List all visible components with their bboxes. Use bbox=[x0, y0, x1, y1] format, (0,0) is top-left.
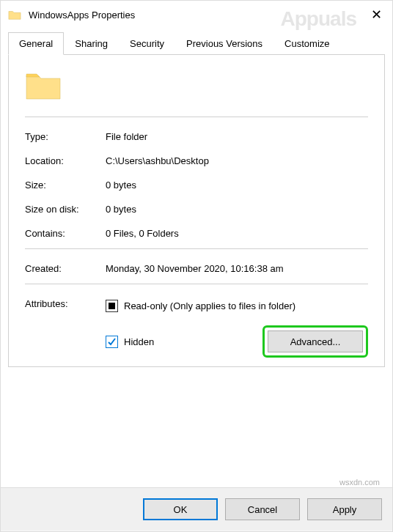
tab-content-general: Type: File folder Location: C:\Users\ash… bbox=[8, 55, 385, 367]
titlebar: WindowsApps Properties ✕ bbox=[1, 1, 392, 29]
value-size: 0 bytes bbox=[106, 180, 136, 191]
ok-button[interactable]: OK bbox=[143, 498, 218, 520]
value-location: C:\Users\ashbu\Desktop bbox=[106, 155, 209, 166]
label-type: Type: bbox=[25, 131, 106, 142]
label-attributes: Attributes: bbox=[25, 298, 106, 358]
tab-security[interactable]: Security bbox=[119, 32, 175, 55]
tab-previous-versions[interactable]: Previous Versions bbox=[175, 32, 273, 55]
apply-button[interactable]: Apply bbox=[307, 498, 382, 520]
value-created: Monday, 30 November 2020, 10:16:38 am bbox=[106, 263, 284, 274]
checkbox-readonly[interactable] bbox=[106, 300, 118, 312]
label-readonly: Read-only (Only applies to files in fold… bbox=[124, 300, 295, 311]
highlight-box: Advanced... bbox=[262, 325, 368, 358]
cancel-button[interactable]: Cancel bbox=[225, 498, 300, 520]
tab-customize[interactable]: Customize bbox=[273, 32, 340, 55]
label-location: Location: bbox=[25, 155, 106, 166]
folder-icon bbox=[8, 9, 21, 21]
tab-sharing[interactable]: Sharing bbox=[64, 32, 119, 55]
separator bbox=[25, 284, 368, 284]
tab-strip: General Sharing Security Previous Versio… bbox=[8, 32, 385, 55]
label-hidden: Hidden bbox=[124, 336, 154, 347]
dialog-button-bar: OK Cancel Apply bbox=[1, 487, 392, 531]
close-icon[interactable]: ✕ bbox=[367, 5, 386, 24]
label-contains: Contains: bbox=[25, 228, 106, 239]
properties-dialog: WindowsApps Properties ✕ General Sharing… bbox=[0, 0, 393, 532]
label-size-on-disk: Size on disk: bbox=[25, 204, 106, 215]
folder-large-icon bbox=[25, 70, 62, 100]
label-created: Created: bbox=[25, 263, 106, 274]
tab-general[interactable]: General bbox=[8, 32, 64, 55]
advanced-button[interactable]: Advanced... bbox=[268, 330, 363, 352]
separator bbox=[25, 117, 368, 117]
checkbox-hidden[interactable] bbox=[106, 336, 118, 348]
value-size-on-disk: 0 bytes bbox=[106, 204, 136, 215]
label-size: Size: bbox=[25, 180, 106, 191]
window-title: WindowsApps Properties bbox=[29, 10, 135, 21]
separator bbox=[25, 248, 368, 249]
value-type: File folder bbox=[106, 131, 147, 142]
value-contains: 0 Files, 0 Folders bbox=[106, 228, 179, 239]
